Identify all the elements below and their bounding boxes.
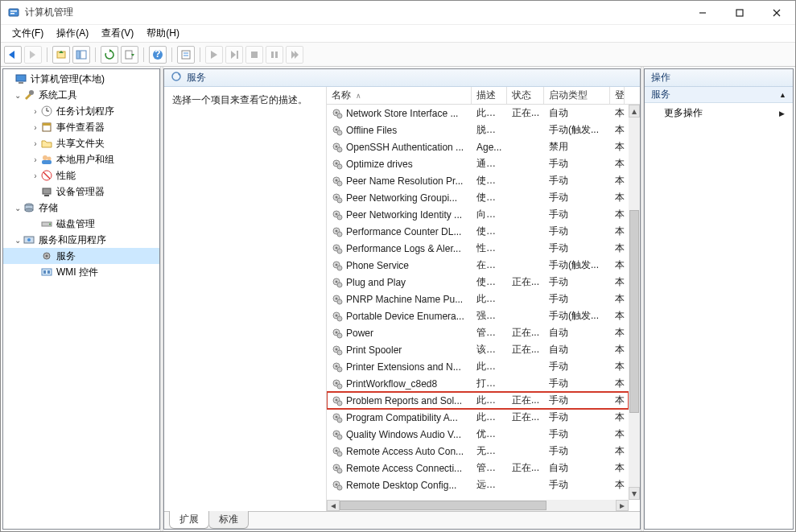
- tree-performance[interactable]: › 性能: [3, 167, 159, 184]
- service-logon-cell: 本: [610, 309, 625, 323]
- tab-extended[interactable]: 扩展: [169, 511, 209, 529]
- tree-services[interactable]: 服务: [3, 248, 159, 264]
- service-row[interactable]: Printer Extensions and N...此服...手动本: [327, 358, 629, 375]
- up-button[interactable]: [52, 46, 70, 64]
- tree-task-scheduler[interactable]: › 任务计划程序: [3, 103, 159, 119]
- service-row[interactable]: Print Spooler该服...正在...自动本: [327, 341, 629, 358]
- col-name[interactable]: 名称∧: [327, 87, 472, 104]
- expand-icon[interactable]: ›: [31, 107, 40, 116]
- service-row[interactable]: Remote Access Connecti...管理...正在...自动本: [327, 460, 629, 476]
- service-row[interactable]: Peer Networking Identity ...向对...手动本: [327, 206, 629, 223]
- refresh-button[interactable]: [101, 46, 118, 64]
- service-row[interactable]: Plug and Play使计...正在...手动本: [327, 274, 629, 291]
- close-button[interactable]: [758, 1, 795, 25]
- service-start-cell: 手动: [544, 275, 610, 289]
- svg-point-110: [337, 401, 342, 406]
- tab-standard[interactable]: 标准: [208, 511, 249, 529]
- col-desc[interactable]: 描述: [472, 87, 507, 104]
- folder-icon: [40, 137, 53, 150]
- menu-help[interactable]: 帮助(H): [140, 25, 186, 42]
- expand-icon[interactable]: ›: [31, 155, 40, 164]
- svg-point-48: [49, 224, 51, 225]
- col-start[interactable]: 启动类型: [544, 87, 610, 104]
- tree-disk-mgmt[interactable]: 磁盘管理: [3, 216, 159, 232]
- help-button[interactable]: ?: [149, 46, 167, 64]
- vertical-scrollbar[interactable]: ▴ ▾: [629, 105, 640, 500]
- nav-forward-button[interactable]: [24, 46, 42, 64]
- step-service-button[interactable]: [225, 46, 243, 64]
- tree-storage[interactable]: ⌄ 存储: [3, 200, 159, 216]
- service-row[interactable]: Peer Name Resolution Pr...使用...手动本: [327, 172, 629, 189]
- scroll-thumb[interactable]: [340, 501, 546, 510]
- export-button[interactable]: [121, 46, 138, 64]
- service-row[interactable]: Network Store Interface ...此服...正在...自动本: [327, 105, 629, 122]
- svg-rect-25: [271, 52, 274, 58]
- expand-icon[interactable]: ›: [31, 139, 40, 148]
- service-start-cell: 手动(触发...: [544, 309, 610, 323]
- nav-back-button[interactable]: [4, 46, 22, 64]
- menu-action[interactable]: 操作(A): [50, 25, 95, 42]
- svg-point-113: [337, 418, 342, 423]
- expand-icon[interactable]: ›: [31, 171, 40, 180]
- stop-service-button[interactable]: [245, 46, 263, 64]
- service-row[interactable]: Performance Counter DL...使远...手动本: [327, 223, 629, 240]
- properties-button[interactable]: [177, 46, 195, 64]
- scroll-thumb[interactable]: [629, 210, 639, 413]
- service-row[interactable]: Power管理...正在...自动本: [327, 324, 629, 341]
- tree-event-viewer[interactable]: › 事件查看器: [3, 119, 159, 135]
- service-row[interactable]: PNRP Machine Name Pu...此服...手动本: [327, 291, 629, 307]
- col-logon[interactable]: 登: [610, 87, 625, 104]
- scroll-left-icon[interactable]: ◂: [327, 500, 340, 511]
- scroll-up-icon[interactable]: ▴: [629, 105, 640, 118]
- tree-wmi[interactable]: WMI 控件: [3, 264, 159, 280]
- service-start-cell: 自动: [544, 106, 610, 120]
- collapse-icon[interactable]: ▲: [779, 91, 786, 99]
- show-hide-tree-button[interactable]: [72, 46, 90, 64]
- gear-icon: [332, 277, 343, 288]
- service-row[interactable]: Remote Desktop Config...远程...手动本: [327, 476, 629, 493]
- pause-service-button[interactable]: [266, 46, 283, 64]
- service-row[interactable]: Phone Service在设...手动(触发...本: [327, 257, 629, 274]
- start-service-button[interactable]: [205, 46, 223, 64]
- expand-icon[interactable]: ⌄: [13, 204, 23, 212]
- horizontal-scrollbar[interactable]: ◂ ▸: [327, 500, 629, 511]
- tree-shared-folders[interactable]: › 共享文件夹: [3, 135, 159, 151]
- service-row[interactable]: Quality Windows Audio V...优质...手动本: [327, 426, 629, 443]
- service-name-cell: Plug and Play: [327, 277, 472, 288]
- service-row[interactable]: Portable Device Enumera...强制...手动(触发...本: [327, 307, 629, 324]
- menu-file[interactable]: 文件(F): [6, 25, 50, 42]
- service-row[interactable]: Problem Reports and Sol...此服...正在...手动本: [327, 392, 629, 409]
- service-row[interactable]: OpenSSH Authentication ...Age...禁用本: [327, 138, 629, 155]
- scroll-track[interactable]: [340, 500, 616, 511]
- expand-icon[interactable]: ⌄: [13, 236, 23, 245]
- tree-local-users[interactable]: › 本地用户和组: [3, 151, 159, 167]
- scroll-track[interactable]: [629, 118, 640, 487]
- scroll-right-icon[interactable]: ▸: [616, 500, 629, 511]
- disk-icon: [40, 217, 53, 230]
- expand-icon[interactable]: ⌄: [13, 91, 23, 100]
- restart-service-button[interactable]: [286, 46, 303, 64]
- service-logon-cell: 本: [610, 191, 625, 204]
- service-row[interactable]: Program Compatibility A...此服...正在...手动本: [327, 409, 629, 426]
- tree-device-manager[interactable]: 设备管理器: [3, 184, 159, 200]
- service-row[interactable]: Peer Networking Groupi...使用...手动本: [327, 189, 629, 206]
- service-row[interactable]: Remote Access Auto Con...无论...手动本: [327, 443, 629, 460]
- tree-system-tools[interactable]: ⌄ 系统工具: [3, 87, 159, 103]
- service-row[interactable]: PrintWorkflow_c8ed8打印...手动本: [327, 375, 629, 392]
- menu-view[interactable]: 查看(V): [95, 25, 140, 42]
- storage-icon: [23, 201, 35, 214]
- tree-services-apps[interactable]: ⌄ 服务和应用程序: [3, 232, 159, 248]
- scroll-down-icon[interactable]: ▾: [629, 487, 640, 500]
- service-row[interactable]: Offline Files脱机...手动(触发...本: [327, 122, 629, 138]
- actions-more[interactable]: 更多操作 ▶: [645, 103, 793, 123]
- rows-container: Network Store Interface ...此服...正在...自动本…: [327, 105, 629, 500]
- minimize-button[interactable]: [684, 1, 721, 25]
- expand-icon[interactable]: ›: [31, 123, 40, 132]
- service-row[interactable]: Optimize drives通过...手动本: [327, 155, 629, 172]
- tree-root[interactable]: 计算机管理(本地): [3, 71, 159, 87]
- actions-more-label: 更多操作: [664, 106, 703, 120]
- service-row[interactable]: Performance Logs & Aler...性能...手动本: [327, 240, 629, 257]
- col-status[interactable]: 状态: [507, 87, 544, 104]
- actions-section-services[interactable]: 服务 ▲: [645, 87, 793, 103]
- maximize-button[interactable]: [721, 1, 758, 25]
